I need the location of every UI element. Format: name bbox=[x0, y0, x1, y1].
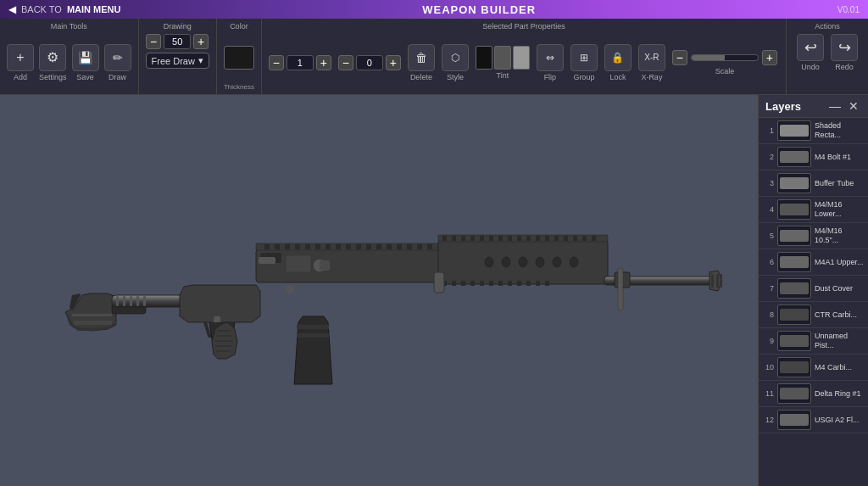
part-props-label: Selected Part Properties bbox=[269, 22, 779, 31]
draw-button[interactable]: ✏ Draw bbox=[104, 44, 131, 81]
svg-rect-86 bbox=[780, 177, 809, 189]
part-minus-btn-1[interactable]: − bbox=[269, 55, 284, 70]
svg-rect-3 bbox=[123, 296, 125, 306]
flip-button[interactable]: ⇔ Flip bbox=[537, 44, 564, 81]
layer-item[interactable]: 6M4A1 Upper... bbox=[759, 249, 868, 276]
scale-plus-btn[interactable]: + bbox=[762, 50, 777, 65]
flip-label: Flip bbox=[544, 73, 557, 81]
settings-icon: ⚙ bbox=[39, 44, 66, 71]
version-label: V0.01 bbox=[837, 5, 860, 14]
color-label: Color bbox=[230, 22, 248, 31]
layer-number: 7 bbox=[762, 284, 774, 293]
svg-rect-4 bbox=[130, 296, 132, 306]
layer-item[interactable]: 10M4 Carbi... bbox=[759, 355, 868, 381]
layer-name: M4 Carbi... bbox=[815, 363, 865, 372]
svg-rect-78 bbox=[720, 274, 722, 288]
svg-point-83 bbox=[286, 285, 294, 293]
back-button[interactable]: ◀ BACK TO MAIN MENU bbox=[8, 3, 120, 15]
layer-name: M4/M16 10.5"... bbox=[815, 226, 865, 245]
svg-rect-54 bbox=[592, 236, 596, 241]
svg-rect-47 bbox=[526, 236, 531, 241]
color-swatch[interactable] bbox=[224, 46, 254, 70]
tint-light[interactable] bbox=[513, 46, 530, 70]
svg-rect-33 bbox=[407, 244, 412, 249]
draw-tool-select[interactable]: Free Draw ▾ bbox=[146, 53, 209, 69]
lock-button[interactable]: 🔒 Lock bbox=[604, 44, 632, 81]
svg-rect-38 bbox=[442, 236, 447, 241]
drawing-value: 50 bbox=[164, 34, 191, 49]
group-button[interactable]: ⊞ Group bbox=[570, 44, 598, 81]
scale-minus-btn[interactable]: − bbox=[672, 50, 687, 65]
drawing-plus-btn[interactable]: + bbox=[193, 34, 209, 49]
part-minus-btn-2[interactable]: − bbox=[338, 55, 353, 70]
svg-rect-15 bbox=[286, 255, 311, 272]
svg-rect-77 bbox=[716, 274, 719, 288]
header-bar: ◀ BACK TO MAIN MENU WEAPON BUILDER V0.01 bbox=[0, 0, 868, 19]
svg-rect-88 bbox=[780, 230, 809, 242]
svg-rect-87 bbox=[780, 204, 809, 215]
style-label: Style bbox=[447, 73, 464, 81]
drawing-section: Drawing − 50 + Free Draw ▾ bbox=[139, 19, 217, 94]
tint-section: Tint bbox=[476, 46, 530, 80]
layer-number: 2 bbox=[762, 153, 774, 161]
layer-item[interactable]: 8CTR Carbi... bbox=[759, 302, 868, 328]
svg-rect-80 bbox=[259, 257, 275, 264]
tint-dark[interactable] bbox=[476, 46, 492, 70]
settings-button[interactable]: ⚙ Settings bbox=[39, 44, 67, 81]
delete-button[interactable]: 🗑 Delete bbox=[408, 44, 435, 81]
part-value-1: 1 bbox=[287, 55, 314, 70]
layer-item[interactable]: 4M4/M16 Lower... bbox=[759, 197, 868, 223]
svg-point-72 bbox=[570, 257, 578, 267]
svg-rect-30 bbox=[376, 244, 381, 249]
undo-button[interactable]: ↩ Undo bbox=[797, 34, 824, 71]
part-plus-btn-1[interactable]: + bbox=[316, 55, 331, 70]
layer-item[interactable]: 1Shaded Recta... bbox=[759, 118, 868, 144]
layer-thumbnail bbox=[777, 147, 811, 167]
layer-item[interactable]: 5M4/M16 10.5"... bbox=[759, 223, 868, 249]
layer-item[interactable]: 11Delta Ring #1 bbox=[759, 381, 868, 407]
svg-rect-51 bbox=[564, 236, 568, 241]
layer-item[interactable]: 12USGI A2 Fl... bbox=[759, 407, 868, 433]
scale-bar[interactable] bbox=[691, 54, 759, 61]
layer-thumbnail bbox=[777, 331, 811, 351]
layer-thumbnail bbox=[777, 252, 811, 272]
xray-button[interactable]: X-R X-Ray bbox=[638, 44, 665, 81]
style-button[interactable]: ⬡ Style bbox=[442, 44, 469, 81]
actions-content: ↩ Undo ↪ Redo bbox=[797, 34, 858, 71]
save-label: Save bbox=[76, 73, 94, 81]
main-tools-section: Main Tools + Add ⚙ Settings 💾 Save ✏ Dra… bbox=[0, 19, 139, 94]
layer-item[interactable]: 3Buffer Tube bbox=[759, 170, 868, 197]
actions-label: Actions bbox=[815, 22, 840, 31]
layers-panel: Layers — ✕ 1Shaded Recta...2M4 Bolt #13B… bbox=[758, 95, 868, 486]
svg-rect-19 bbox=[264, 244, 270, 249]
redo-button[interactable]: ↪ Redo bbox=[831, 34, 858, 71]
scale-bar-container: − + bbox=[672, 50, 777, 65]
actions-section: Actions ↩ Undo ↪ Redo bbox=[787, 19, 868, 94]
svg-point-70 bbox=[536, 257, 544, 267]
drawing-minus-btn[interactable]: − bbox=[146, 34, 161, 49]
svg-rect-43 bbox=[489, 236, 493, 241]
tint-mid[interactable] bbox=[494, 46, 511, 70]
save-button[interactable]: 💾 Save bbox=[72, 44, 99, 81]
layer-thumbnail bbox=[777, 410, 811, 430]
layers-close-btn[interactable]: ✕ bbox=[846, 98, 861, 114]
svg-rect-79 bbox=[434, 272, 444, 293]
main-tools-content: + Add ⚙ Settings 💾 Save ✏ Draw bbox=[7, 34, 131, 91]
layer-item[interactable]: 9Unnamed Pist... bbox=[759, 328, 868, 355]
svg-rect-34 bbox=[417, 244, 422, 249]
canvas-area[interactable] bbox=[0, 95, 758, 486]
layers-minimize-btn[interactable]: — bbox=[827, 98, 843, 114]
layer-item[interactable]: 7Dust Cover bbox=[759, 276, 868, 302]
draw-tool-value: Free Draw bbox=[152, 56, 195, 66]
add-button[interactable]: + Add bbox=[7, 44, 34, 81]
drawing-num-control: − 50 + bbox=[146, 34, 209, 49]
layer-thumbnail bbox=[777, 120, 811, 141]
layer-number: 12 bbox=[762, 416, 774, 424]
part-plus-btn-2[interactable]: + bbox=[386, 55, 401, 70]
layer-item[interactable]: 2M4 Bolt #1 bbox=[759, 144, 868, 170]
svg-rect-41 bbox=[470, 236, 475, 241]
part-num-control-1: − 1 + bbox=[269, 55, 331, 70]
svg-rect-75 bbox=[618, 268, 623, 310]
svg-rect-60 bbox=[489, 281, 493, 286]
svg-point-71 bbox=[553, 257, 561, 267]
